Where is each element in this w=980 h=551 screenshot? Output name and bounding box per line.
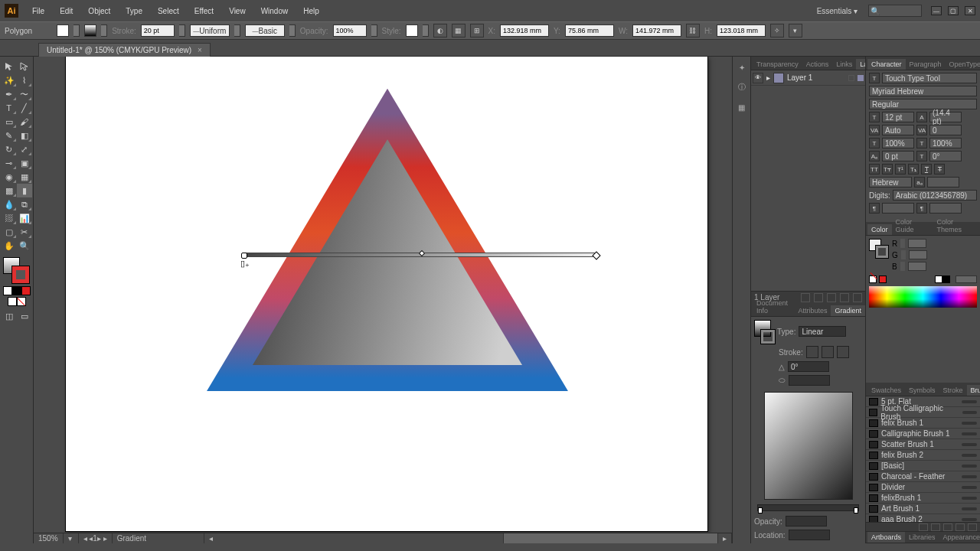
- tracking-input[interactable]: 0: [929, 125, 962, 135]
- tab-symbols[interactable]: Symbols: [905, 385, 939, 396]
- brush-item[interactable]: Charcoal - Feather: [866, 471, 980, 482]
- graphic-style[interactable]: [406, 24, 418, 37]
- properties-icon[interactable]: ✦: [736, 61, 748, 73]
- new-brush-icon[interactable]: [956, 523, 965, 531]
- menu-effect[interactable]: Effect: [188, 4, 220, 18]
- r-value[interactable]: [908, 239, 926, 248]
- tab-stroke[interactable]: Stroke: [939, 385, 967, 396]
- gradient-angle[interactable]: 0°: [788, 361, 829, 372]
- shape-builder-tool[interactable]: ◉: [2, 170, 17, 184]
- rectangle-tool[interactable]: ▭: [2, 115, 17, 129]
- expand-icon[interactable]: ▸: [766, 73, 770, 82]
- font-size-input[interactable]: 12 pt: [882, 112, 914, 122]
- locate-icon[interactable]: [801, 293, 810, 302]
- magic-wand-tool[interactable]: ✨: [2, 73, 17, 87]
- width-tool[interactable]: ⊸: [2, 156, 17, 170]
- menu-help[interactable]: Help: [297, 4, 325, 18]
- gradient-annotator[interactable]: [243, 253, 596, 257]
- stroke-grad-within[interactable]: [806, 346, 818, 358]
- font-style-select[interactable]: Regular: [869, 99, 977, 109]
- tab-attributes[interactable]: Attributes: [794, 305, 831, 316]
- line-tool[interactable]: ╱: [17, 101, 32, 115]
- fill-stroke-control[interactable]: [3, 257, 31, 285]
- brush-options-icon[interactable]: [931, 523, 940, 531]
- pen-tool[interactable]: ✒: [2, 87, 17, 101]
- artwork-triangle[interactable]: [66, 57, 707, 531]
- opacity-input[interactable]: 100%: [333, 24, 367, 37]
- symbol-sprayer-tool[interactable]: ⛆: [2, 211, 17, 225]
- artboard-nav[interactable]: ◂ ◂ 1 ▸ ▸: [79, 533, 113, 544]
- brush-item[interactable]: Touch Calligraphic Brush: [866, 407, 980, 418]
- free-transform-tool[interactable]: ▣: [17, 156, 32, 170]
- tab-gradient[interactable]: Gradient: [831, 305, 865, 316]
- visibility-toggle[interactable]: 👁: [753, 73, 763, 83]
- target-icon[interactable]: [848, 75, 854, 81]
- stroke-weight-input[interactable]: 20 pt: [141, 24, 175, 37]
- gradient-preview[interactable]: [764, 392, 853, 500]
- kerning-input[interactable]: Auto: [882, 125, 914, 135]
- screen-mode-normal[interactable]: [8, 297, 17, 306]
- info-icon[interactable]: ⓘ: [736, 81, 748, 93]
- rotate-tool[interactable]: ↻: [2, 142, 17, 156]
- slice-tool[interactable]: ✂: [17, 225, 32, 239]
- none-swatch[interactable]: [869, 276, 877, 283]
- gradient-stop-right[interactable]: [854, 507, 858, 514]
- last-color-swatch[interactable]: [879, 276, 887, 283]
- delete-layer-icon[interactable]: [853, 293, 862, 302]
- brush-item[interactable]: felix Brush 1: [866, 418, 980, 429]
- smallcaps-icon[interactable]: Tᴛ: [882, 164, 893, 174]
- horizontal-scrollbar[interactable]: [504, 533, 718, 544]
- tab-colorthemes[interactable]: Color Themes: [933, 217, 980, 235]
- document-tab[interactable]: Untitled-1* @ 150% (CMYK/GPU Preview) ×: [38, 43, 211, 57]
- stop-opacity[interactable]: [786, 516, 827, 527]
- align-icon[interactable]: ▦: [452, 24, 466, 37]
- stroke-profile[interactable]: ― Uniform: [190, 24, 230, 37]
- font-family-select[interactable]: Myriad Hebrew: [869, 86, 977, 96]
- brush-lib-icon[interactable]: [919, 523, 928, 531]
- language-select[interactable]: Hebrew: [869, 177, 912, 187]
- artboard[interactable]: ▯₊: [66, 57, 707, 531]
- baseline-input[interactable]: 0 pt: [882, 151, 914, 161]
- eyedropper-tool[interactable]: 💧: [2, 197, 17, 211]
- screen-mode-full[interactable]: [17, 297, 26, 306]
- paintbrush-tool[interactable]: 🖌: [17, 115, 32, 129]
- shaper-tool[interactable]: ✎: [2, 129, 17, 142]
- layer-row[interactable]: 👁 ▸ Layer 1: [751, 70, 865, 86]
- scale-tool[interactable]: ⤢: [17, 142, 32, 156]
- direct-selection-tool[interactable]: [17, 60, 32, 73]
- tab-links[interactable]: Links: [832, 59, 856, 70]
- brush-item[interactable]: Calligraphic Brush 1: [866, 429, 980, 439]
- menu-select[interactable]: Select: [152, 4, 185, 18]
- shape-icon[interactable]: ✧: [770, 24, 784, 37]
- brush-item[interactable]: felixBrush 1: [866, 493, 980, 504]
- lasso-tool[interactable]: ⌇: [17, 73, 32, 87]
- tab-character[interactable]: Character: [867, 59, 906, 70]
- stroke-grad-along[interactable]: [822, 346, 834, 358]
- x-input[interactable]: 132.918 mm: [500, 24, 549, 37]
- curvature-tool[interactable]: 〜: [17, 87, 32, 101]
- h-input[interactable]: 123.018 mm: [717, 24, 766, 37]
- new-layer-icon[interactable]: [840, 293, 849, 302]
- brush-item[interactable]: aaa Brush 2: [866, 514, 980, 522]
- white-swatch[interactable]: [935, 276, 942, 283]
- brush-item[interactable]: Divider: [866, 482, 980, 493]
- link-wh-icon[interactable]: ⛓: [686, 24, 700, 37]
- hex-field[interactable]: [956, 276, 977, 283]
- stroke-grad-across[interactable]: [837, 346, 849, 358]
- menu-object[interactable]: Object: [82, 4, 116, 18]
- menu-type[interactable]: Type: [119, 4, 149, 18]
- gradient-tool[interactable]: ▮: [17, 184, 32, 197]
- gradient-stop-left[interactable]: [758, 507, 763, 514]
- graph-tool[interactable]: 📊: [17, 211, 32, 225]
- color-mode-btn[interactable]: [3, 286, 12, 295]
- transform-icon[interactable]: ⊞: [470, 24, 484, 37]
- brush-item[interactable]: Art Brush 1: [866, 504, 980, 514]
- brush-definition[interactable]: ― Basic: [245, 24, 285, 37]
- draw-mode-icon[interactable]: ◫: [2, 309, 17, 323]
- brush-list[interactable]: 5 pt. FlatTouch Calligraphic Brushfelix …: [866, 396, 980, 522]
- touch-type-icon[interactable]: T: [869, 73, 880, 83]
- tab-paragraph[interactable]: Paragraph: [906, 59, 946, 70]
- delete-brush-icon[interactable]: [968, 523, 977, 531]
- search-input[interactable]: 🔍: [868, 5, 922, 17]
- gradient-stroke-swatch[interactable]: [761, 330, 775, 344]
